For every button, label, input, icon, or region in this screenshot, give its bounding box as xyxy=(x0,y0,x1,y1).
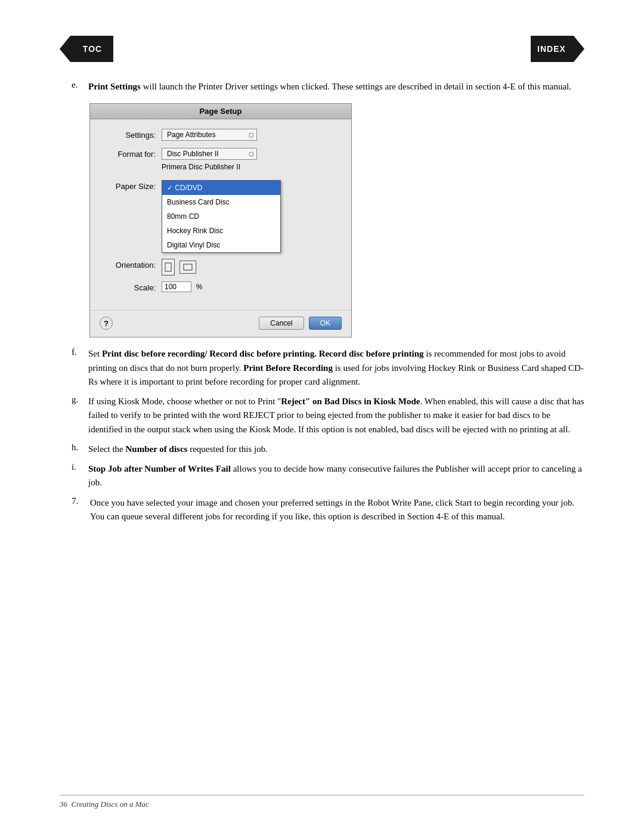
dialog-body: Settings: Page Attributes ⬡ Format for: … xyxy=(90,119,351,310)
item-i: i. Stop Job after Number of Writes Fail … xyxy=(72,462,584,490)
page-footer: 36 Creating Discs on a Mac xyxy=(60,795,584,809)
item-f-bold3: Print Before Recording xyxy=(243,363,333,373)
svg-rect-0 xyxy=(165,263,171,271)
page-setup-dialog: Page Setup Settings: Page Attributes ⬡ F… xyxy=(89,103,352,337)
paper-size-dropdown[interactable]: ✓ CD/DVD Business Card Disc 80mm CD Hock… xyxy=(162,180,281,253)
help-label: ? xyxy=(104,319,109,328)
cancel-button[interactable]: Cancel xyxy=(259,317,304,330)
item-i-text: Stop Job after Number of Writes Fail all… xyxy=(88,462,584,490)
index-label: INDEX xyxy=(537,44,566,54)
item-7: 7. Once you have selected your image and… xyxy=(72,496,584,524)
item-f: f. Set Print disc before recording/ Reco… xyxy=(72,347,584,389)
item-e-text: Print Settings will launch the Printer D… xyxy=(88,80,584,94)
item-g-bold1: Reject" on Bad Discs in Kiosk Mode xyxy=(281,397,420,406)
item-h-label: h. xyxy=(72,442,85,453)
item-e-label: e. xyxy=(72,80,83,90)
format-value: Disc Publisher II xyxy=(167,150,219,158)
scale-input[interactable] xyxy=(162,281,191,292)
format-row: Format for: Disc Publisher II ⬡ Primera … xyxy=(102,148,339,174)
orientation-control xyxy=(162,259,339,275)
item-h: h. Select the Number of discs requested … xyxy=(72,442,584,456)
page: TOC INDEX e. Print Settings will launch … xyxy=(0,0,644,833)
dialog-title: Page Setup xyxy=(200,107,242,116)
item-e: e. Print Settings will launch the Printe… xyxy=(72,80,584,94)
footer-page-number: 36 xyxy=(60,800,67,809)
settings-arrow: ⬡ xyxy=(249,132,254,138)
item-g-text: If using Kiosk Mode, choose whether or n… xyxy=(88,395,584,436)
footer-text: 36 Creating Discs on a Mac xyxy=(60,800,149,809)
item-i-label: i. xyxy=(72,462,85,472)
scale-row: Scale: % xyxy=(102,281,339,295)
toc-label: TOC xyxy=(83,44,102,54)
dropdown-item-bizcard[interactable]: Business Card Disc xyxy=(162,195,280,209)
dropdown-item-cddvd[interactable]: ✓ CD/DVD xyxy=(162,181,280,195)
paper-size-label: Paper Size: xyxy=(102,180,162,193)
orientation-portrait[interactable] xyxy=(162,259,175,275)
item-h-bold1: Number of discs xyxy=(125,444,187,454)
settings-control: Page Attributes ⬡ xyxy=(162,129,339,141)
nav-buttons: TOC INDEX xyxy=(60,36,584,62)
ok-button[interactable]: OK xyxy=(309,317,342,330)
main-content: e. Print Settings will launch the Printe… xyxy=(60,80,584,524)
settings-label: Settings: xyxy=(102,129,162,142)
scale-control: % xyxy=(162,281,339,292)
item-f-text: Set Print disc before recording/ Record … xyxy=(88,347,584,389)
paper-size-row: Paper Size: ✓ CD/DVD Business Card Disc … xyxy=(102,180,339,193)
orientation-label: Orientation: xyxy=(102,259,162,272)
dialog-titlebar: Page Setup xyxy=(90,104,351,119)
settings-row: Settings: Page Attributes ⬡ xyxy=(102,129,339,142)
dropdown-item-hockey[interactable]: Hockey Rink Disc xyxy=(162,224,280,238)
format-select[interactable]: Disc Publisher II ⬡ xyxy=(162,148,257,160)
index-button[interactable]: INDEX xyxy=(531,36,584,62)
scale-percent: % xyxy=(196,283,203,291)
item-7-label: 7. xyxy=(72,496,86,506)
settings-value: Page Attributes xyxy=(167,131,215,139)
item-i-bold1: Stop Job after Number of Writes Fail xyxy=(88,464,231,473)
format-sub: Primera Disc Publisher II xyxy=(162,160,339,174)
item-f-label: f. xyxy=(72,347,85,357)
dialog-footer: ? Cancel OK xyxy=(90,310,351,337)
settings-select[interactable]: Page Attributes ⬡ xyxy=(162,129,257,141)
item-h-text: Select the Number of discs requested for… xyxy=(88,442,584,456)
dropdown-item-vinyl[interactable]: Digital Vinyl Disc xyxy=(162,238,280,252)
orientation-landscape[interactable] xyxy=(179,261,196,274)
dropdown-item-80mm[interactable]: 80mm CD xyxy=(162,209,280,224)
format-label: Format for: xyxy=(102,148,162,161)
item-g: g. If using Kiosk Mode, choose whether o… xyxy=(72,395,584,436)
orientation-row: Orientation: xyxy=(102,259,339,275)
item-e-bold: Print Settings xyxy=(88,82,141,91)
footer-section-title: Creating Discs on a Mac xyxy=(72,800,149,809)
ok-label: OK xyxy=(320,319,330,327)
toc-button[interactable]: TOC xyxy=(60,36,113,62)
help-button[interactable]: ? xyxy=(100,317,113,330)
svg-rect-1 xyxy=(184,264,192,270)
item-g-label: g. xyxy=(72,395,85,405)
scale-label: Scale: xyxy=(102,281,162,295)
item-7-text: Once you have selected your image and ch… xyxy=(90,496,584,524)
format-arrow: ⬡ xyxy=(249,151,254,157)
cancel-label: Cancel xyxy=(270,319,292,327)
format-control: Disc Publisher II ⬡ Primera Disc Publish… xyxy=(162,148,339,174)
item-f-bold1: Print disc before recording/ Record disc… xyxy=(102,349,424,358)
